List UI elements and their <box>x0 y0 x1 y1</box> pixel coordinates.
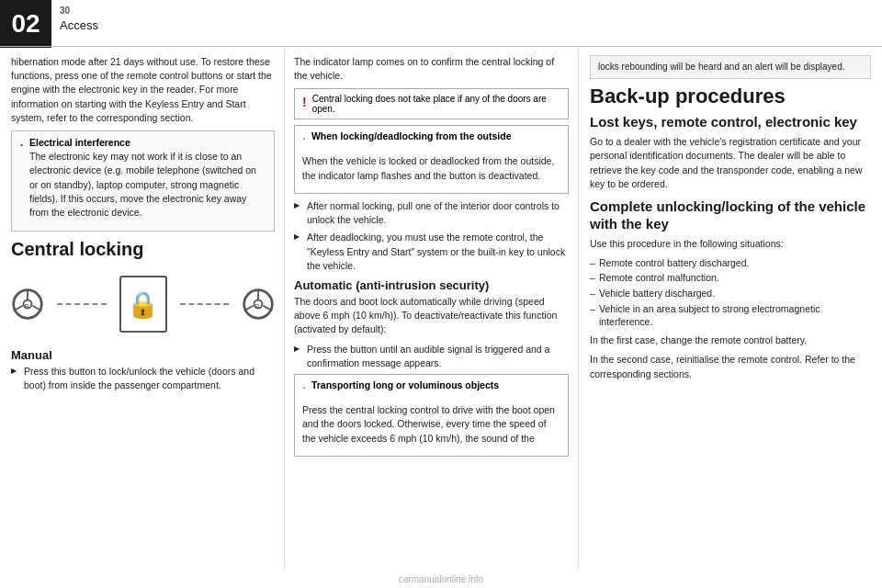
transport-icon: · <box>302 379 306 394</box>
chapter-badge: 02 <box>0 0 51 48</box>
after-normal-text: After normal locking, pull one of the in… <box>307 200 560 225</box>
lock-box: 🔒 <box>119 276 167 333</box>
electrical-note-box: · Electrical interference The electronic… <box>11 130 275 232</box>
alert-text: locks rebounding will be heard and an al… <box>598 62 845 72</box>
complete-intro: Use this procedure in the following situ… <box>590 237 871 251</box>
backup-title: Back-up procedures <box>590 85 871 108</box>
dash-line-right <box>180 303 230 305</box>
warning-icon: ! <box>302 95 307 114</box>
bullet-item-3: Vehicle battery discharged. <box>590 287 871 300</box>
mid-column: The indicator lamp comes on to confirm t… <box>285 48 579 570</box>
info-bullet-icon: · <box>19 135 24 154</box>
main-content: hibernation mode after 21 days without u… <box>0 48 882 570</box>
right-column: locks rebounding will be heard and an al… <box>579 48 882 570</box>
after-normal-item: After normal locking, pull one of the in… <box>294 199 569 227</box>
lost-keys-body: Go to a dealer with the vehicle's regist… <box>590 135 871 191</box>
transport-title: Transporting long or voluminous objects <box>311 379 499 394</box>
intro-paragraph: hibernation mode after 21 days without u… <box>11 55 275 125</box>
auto-arrow-text: Press the button until an audible signal… <box>307 344 549 368</box>
deadlock-body: When the vehicle is locked or deadlocked… <box>302 154 560 182</box>
dash-line-left <box>57 303 107 305</box>
page-number: 30 <box>60 6 70 16</box>
deadlock-box: · When locking/deadlocking from the outs… <box>294 125 569 193</box>
warning-box: ! Central locking does not take place if… <box>294 88 569 119</box>
deadlock-icon: · <box>302 130 306 145</box>
manual-arrow-item: Press this button to lock/unlock the veh… <box>11 365 275 392</box>
lock-icon: 🔒 <box>127 289 159 320</box>
first-case-text: In the first case, change the remote con… <box>590 334 871 347</box>
bullet-item-2: Remote control malfunction. <box>590 271 871 285</box>
transport-box: · Transporting long or voluminous object… <box>294 374 569 457</box>
svg-text:B: B <box>254 302 259 311</box>
auto-body: The doors and boot lock automatically wh… <box>294 295 569 337</box>
svg-text:B: B <box>24 302 28 311</box>
transport-body: Press the central locking control to dri… <box>302 403 560 446</box>
steering-wheel-left-icon: B <box>11 288 44 321</box>
auto-title: Automatic (anti-intrusion security) <box>294 278 569 292</box>
central-locking-title: Central locking <box>11 239 275 260</box>
watermark: carmanualonline.info <box>399 574 483 584</box>
complete-unlock-title: Complete unlocking/locking of the vehicl… <box>590 198 871 233</box>
auto-arrow-item: Press the button until an audible signal… <box>294 343 569 370</box>
deadlock-title: When locking/deadlocking from the outsid… <box>311 130 512 145</box>
electrical-note-title: Electrical interference <box>29 137 266 148</box>
after-deadlock-text: After deadlocking, you must use the remo… <box>307 232 565 270</box>
electrical-note-body: The electronic key may not work if it is… <box>29 150 266 220</box>
after-deadlock-item: After deadlocking, you must use the remo… <box>294 231 569 273</box>
warning-text: Central locking does not take place if a… <box>312 94 560 114</box>
second-case-text: In the second case, reinitialise the rem… <box>590 353 871 380</box>
manual-text: Press this button to lock/unlock the veh… <box>24 366 254 390</box>
header-divider <box>0 46 882 47</box>
manual-title: Manual <box>11 348 275 362</box>
bullet-item-4: Vehicle in an area subject to strong ele… <box>590 302 871 329</box>
chapter-number: 02 <box>11 9 40 39</box>
indicator-text: The indicator lamp comes on to confirm t… <box>294 55 569 83</box>
alert-banner: locks rebounding will be heard and an al… <box>590 55 871 79</box>
lost-keys-title: Lost keys, remote control, electronic ke… <box>590 114 871 131</box>
left-column: hibernation mode after 21 days without u… <box>0 48 285 570</box>
bullet-item-1: Remote control battery discharged. <box>590 256 871 270</box>
steering-wheel-right-icon: B <box>242 288 275 321</box>
lock-illustration: B 🔒 B <box>11 267 275 341</box>
chapter-title: Access <box>60 18 98 32</box>
